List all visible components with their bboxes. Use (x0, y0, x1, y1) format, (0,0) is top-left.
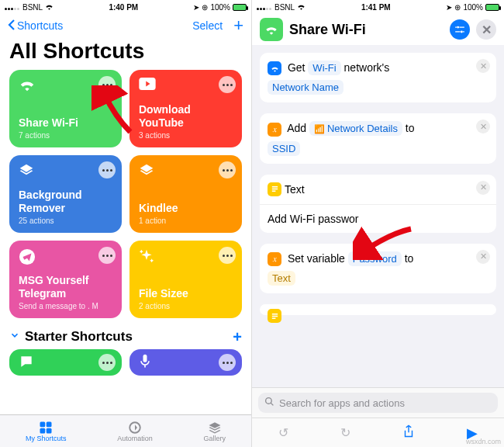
shortcut-card-kindlee[interactable]: Kindlee 1 action (129, 155, 242, 233)
card-more-button[interactable] (219, 247, 236, 264)
remove-action-button[interactable]: ✕ (476, 250, 490, 264)
svg-rect-2 (143, 355, 147, 362)
var-mini-icon: 𝑥 (268, 123, 281, 137)
card-title: MSG Yourself Telegram (19, 274, 112, 300)
shortcut-card-msg-telegram[interactable]: MSG Yourself Telegram Send a message to … (9, 241, 122, 318)
page-title: All Shortcuts (0, 37, 251, 70)
clock: 1:41 PM (361, 3, 391, 12)
search-placeholder: Search for apps and actions (279, 397, 405, 409)
remove-action-button[interactable]: ✕ (476, 181, 490, 195)
card-more-button[interactable] (98, 354, 116, 371)
watermark: wsxdn.com (466, 438, 501, 445)
search-input[interactable]: Search for apps and actions (258, 393, 498, 413)
action-set-variable[interactable]: 𝑥 Set variable Password to Text ✕ (260, 244, 496, 293)
tab-my-shortcuts[interactable]: My Shortcuts (26, 421, 67, 442)
shortcut-card-share-wifi[interactable]: Share Wi-Fi 7 actions (9, 70, 122, 147)
wifi-icon (297, 3, 306, 12)
card-more-button[interactable] (98, 76, 116, 93)
tab-automation[interactable]: Automation (117, 421, 153, 442)
back-button[interactable]: Shortcuts (8, 19, 63, 33)
card-title: Share Wi-Fi (19, 116, 112, 130)
action-text: Get (288, 61, 306, 74)
back-label: Shortcuts (17, 19, 63, 32)
svg-point-10 (266, 398, 272, 404)
variable-chip-wifi[interactable]: Wi-Fi (308, 61, 340, 75)
card-sub: 7 actions (19, 131, 112, 140)
signal-dots-icon (5, 3, 20, 12)
card-title: File Sizee (139, 287, 233, 300)
sparkle-icon (139, 251, 154, 267)
svg-rect-4 (47, 421, 52, 427)
card-title: Download YouTube (139, 103, 233, 130)
text-mini-icon (268, 309, 281, 323)
card-sub: 3 actions (139, 131, 233, 140)
starter-card-1[interactable] (9, 349, 122, 376)
option-chip-text[interactable]: Text (268, 271, 295, 286)
nav-bar: Shortcuts Select + (0, 14, 251, 37)
redo-button[interactable]: ↻ (340, 425, 350, 440)
folder-toggle[interactable] (9, 329, 20, 345)
settings-button[interactable] (450, 19, 470, 40)
shortcut-app-icon[interactable] (260, 18, 283, 41)
action-get-network-name[interactable]: Get Wi-Fi network's Network Name ✕ (260, 53, 496, 102)
signal-dots-icon (257, 3, 272, 12)
close-button[interactable]: ✕ (476, 19, 496, 40)
wifi-icon (19, 79, 36, 95)
search-row: Search for apps and actions (252, 387, 504, 418)
starter-card-2[interactable] (129, 349, 242, 376)
layers-icon (139, 166, 154, 182)
share-button[interactable] (402, 424, 415, 442)
chat-icon (19, 354, 34, 372)
shortcut-title[interactable]: Share Wi-Fi (289, 22, 366, 38)
undo-button[interactable]: ↺ (278, 425, 288, 440)
search-icon (264, 397, 274, 409)
location-icon: ➤ (193, 3, 199, 12)
status-bar: BSNL 1:40 PM ➤ ⊕ 100% (0, 0, 251, 14)
battery-pct: 100% (210, 3, 230, 12)
svg-point-8 (457, 26, 459, 29)
card-sub: 2 actions (139, 302, 233, 310)
tab-gallery[interactable]: Gallery (204, 421, 226, 442)
gallery-icon (208, 421, 222, 435)
option-chip-ssid[interactable]: SSID (268, 141, 300, 156)
card-more-button[interactable] (219, 354, 236, 371)
card-more-button[interactable] (219, 76, 236, 93)
shortcut-card-bg-remover[interactable]: Background Remover 25 actions (9, 155, 122, 233)
svg-rect-5 (40, 428, 46, 433)
select-button[interactable]: Select (192, 19, 223, 32)
carrier: BSNL (274, 3, 295, 12)
card-title: Kindlee (139, 202, 233, 215)
action-add-to-ssid[interactable]: 𝑥 Add Network Details to SSID ✕ (260, 113, 496, 163)
variable-chip-password[interactable]: Password (348, 251, 402, 266)
wifi-icon (45, 3, 54, 12)
youtube-icon (139, 78, 156, 93)
alarm-icon: ⊕ (454, 3, 461, 12)
card-sub: 1 action (139, 217, 233, 225)
grid-icon (39, 421, 53, 435)
action-text: network's (344, 61, 390, 74)
wifi-mini-icon (268, 61, 281, 75)
shortcut-card-download-youtube[interactable]: Download YouTube 3 actions (129, 70, 242, 147)
carrier: BSNL (22, 3, 43, 12)
card-more-button[interactable] (98, 161, 116, 178)
action-text[interactable]: Text ✕ Add Wi-Fi passwor (260, 175, 496, 233)
location-icon: ➤ (446, 3, 452, 12)
remove-action-button[interactable]: ✕ (476, 120, 490, 133)
action-text: to (406, 122, 415, 134)
mic-icon (139, 354, 151, 372)
variable-chip-network-details[interactable]: Network Details (309, 121, 402, 136)
battery-pct: 100% (463, 3, 483, 12)
remove-action-button[interactable]: ✕ (476, 59, 490, 73)
shortcut-card-file-sizee[interactable]: File Sizee 2 actions (129, 241, 242, 318)
option-chip-network-name[interactable]: Network Name (268, 80, 343, 95)
add-button[interactable]: + (233, 17, 243, 34)
action-partial[interactable] (260, 304, 496, 315)
section-add-button[interactable]: + (233, 329, 242, 345)
text-mini-icon (268, 182, 281, 196)
action-text: to (405, 252, 414, 265)
text-input[interactable]: Add Wi-Fi passwor (260, 204, 496, 233)
card-more-button[interactable] (98, 247, 116, 264)
svg-rect-3 (40, 421, 46, 427)
card-more-button[interactable] (219, 161, 236, 178)
battery-icon (233, 4, 247, 11)
